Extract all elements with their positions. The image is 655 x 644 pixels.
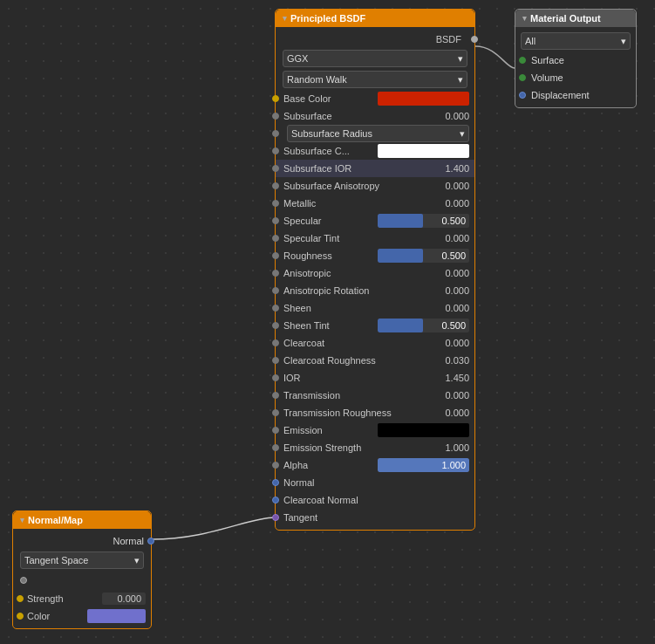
subsurface-color-label: Subsurface C... [283,146,376,156]
principled-bsdf-body: BSDF GGX ▾ Random Walk ▾ Base Color Subs [276,27,474,530]
base-color-swatch[interactable] [378,92,470,106]
tangent-space-dropdown-row[interactable]: Tangent Space ▾ [13,550,151,571]
normal-socket[interactable] [272,479,279,486]
clearcoat-normal-socket[interactable] [272,497,279,504]
subsurface-color-swatch[interactable] [378,144,470,158]
subsurface-anisotropy-socket[interactable] [272,182,279,189]
sheen-tint-bar[interactable]: 0.500 [378,319,470,332]
subsurface-method-dropdown-row[interactable]: Random Walk ▾ [276,69,474,90]
transmission-roughness-row: Transmission Roughness 0.000 [276,404,474,421]
roughness-bar-value: 0.500 [378,250,470,261]
subsurface-anisotropy-value[interactable]: 0.000 [439,181,469,191]
specular-tint-label: Specular Tint [283,233,439,243]
alpha-bar[interactable]: 1.000 [378,458,470,472]
output-displacement-socket[interactable] [519,92,526,99]
distribution-arrow: ▾ [458,53,463,65]
anisotropic-value[interactable]: 0.000 [439,268,469,278]
output-collapse-arrow[interactable]: ▾ [522,14,527,23]
roughness-bar[interactable]: 0.500 [378,249,470,263]
base-color-row: Base Color [276,90,474,107]
all-dropdown-label: All [525,36,536,46]
clearcoat-row: Clearcoat 0.000 [276,334,474,352]
distribution-dropdown[interactable]: GGX ▾ [283,50,467,67]
subsurface-anisotropy-row: Subsurface Anisotropy 0.000 [276,177,474,195]
specular-tint-socket[interactable] [272,235,279,242]
output-surface-row: Surface [515,51,636,69]
subsurface-label: Subsurface [283,111,439,121]
sheen-socket[interactable] [272,305,279,312]
transmission-roughness-socket[interactable] [272,409,279,416]
transmission-roughness-value[interactable]: 0.000 [439,408,469,418]
clearcoat-normal-row: Clearcoat Normal [276,491,474,509]
clearcoat-roughness-socket[interactable] [272,357,279,364]
distribution-dropdown-row[interactable]: GGX ▾ [276,48,474,69]
output-displacement-label: Displacement [531,90,590,100]
collapse-arrow[interactable]: ▾ [283,14,287,23]
specular-label: Specular [283,216,376,226]
normal-map-header[interactable]: ▾ Normal/Map [13,511,151,529]
tangent-row: Tangent [276,509,474,526]
all-dropdown[interactable]: All ▾ [521,32,631,50]
all-dropdown-row[interactable]: All ▾ [515,31,636,51]
roughness-socket[interactable] [272,252,279,259]
strength-label: Strength [27,593,102,604]
output-volume-socket[interactable] [519,74,526,81]
tangent-label: Tangent [283,512,469,523]
output-surface-socket[interactable] [519,57,526,64]
subsurface-socket[interactable] [272,113,279,120]
sheen-value[interactable]: 0.000 [439,303,469,313]
ior-value[interactable]: 1.450 [439,373,469,383]
base-color-socket[interactable] [272,95,279,102]
emission-strength-socket[interactable] [272,444,279,451]
subsurface-ior-value[interactable]: 1.400 [439,163,469,174]
specular-socket[interactable] [272,217,279,224]
material-output-header[interactable]: ▾ Material Output [515,10,636,27]
principled-bsdf-node: ▾ Principled BSDF BSDF GGX ▾ Random Walk… [275,9,475,531]
ior-socket[interactable] [272,374,279,381]
specular-tint-value[interactable]: 0.000 [439,233,469,243]
bsdf-output-row: BSDF [276,31,474,48]
emission-strength-value[interactable]: 1.000 [439,442,469,453]
principled-bsdf-header[interactable]: ▾ Principled BSDF [276,10,474,27]
strength-socket[interactable] [17,595,24,602]
subsurface-radius-dropdown[interactable]: Subsurface Radius ▾ [287,125,469,142]
color-socket[interactable] [17,613,24,620]
tangent-space-dropdown[interactable]: Tangent Space ▾ [20,552,144,569]
strength-value[interactable]: 0.000 [102,593,146,605]
subsurface-radius-socket[interactable] [272,130,279,137]
normal-label: Normal [283,477,469,488]
clearcoat-roughness-value[interactable]: 0.030 [439,355,469,366]
transmission-roughness-label: Transmission Roughness [283,408,439,418]
transmission-label: Transmission [283,390,439,401]
normal-map-collapse-arrow[interactable]: ▾ [20,516,24,524]
transmission-socket[interactable] [272,392,279,399]
alpha-socket[interactable] [272,462,279,469]
subsurface-method-dropdown[interactable]: Random Walk ▾ [283,71,467,88]
tangent-socket[interactable] [272,514,279,521]
normal-map-body: Normal Tangent Space ▾ Strength 0.000 Co… [13,529,151,628]
normal-output-label: Normal [113,536,144,546]
transmission-value[interactable]: 0.000 [439,390,469,401]
subsurface-row: Subsurface 0.000 [276,107,474,125]
subsurface-ior-socket[interactable] [272,165,279,172]
anisotropic-socket[interactable] [272,270,279,277]
sheen-label: Sheen [283,303,439,313]
anisotropic-rotation-socket[interactable] [272,287,279,294]
uv-dot[interactable] [20,577,27,584]
bsdf-output-socket[interactable] [471,36,478,43]
sheen-tint-socket[interactable] [272,322,279,329]
color-swatch[interactable] [87,609,146,623]
specular-bar[interactable]: 0.500 [378,214,470,228]
emission-color-swatch[interactable] [378,423,470,437]
anisotropic-rotation-value[interactable]: 0.000 [439,285,469,296]
normal-output-socket[interactable] [147,538,154,545]
emission-socket[interactable] [272,427,279,434]
subsurface-value[interactable]: 0.000 [439,111,469,121]
subsurface-color-socket[interactable] [272,147,279,154]
clearcoat-value[interactable]: 0.000 [439,338,469,348]
clearcoat-socket[interactable] [272,339,279,346]
metallic-socket[interactable] [272,200,279,207]
base-color-label: Base Color [283,93,376,104]
metallic-value[interactable]: 0.000 [439,198,469,209]
bsdf-output-label: BSDF [436,34,461,45]
